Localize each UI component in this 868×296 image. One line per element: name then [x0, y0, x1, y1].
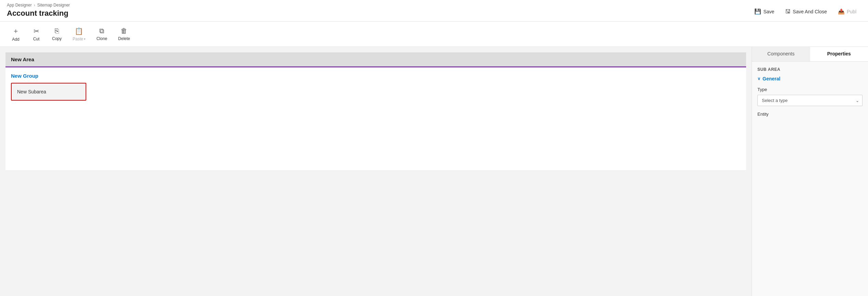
- publish-label: Publ: [847, 9, 856, 14]
- sub-area-section-label: SUB AREA: [757, 67, 863, 72]
- copy-icon: ⎘: [55, 27, 59, 35]
- panel-tabs: Components Properties: [752, 47, 868, 62]
- add-label: Add: [12, 37, 19, 42]
- area-title: New Area: [11, 56, 34, 62]
- area-card: New Area New Group New Subarea: [5, 52, 746, 170]
- save-button[interactable]: 💾 Save: [750, 6, 779, 17]
- copy-label: Copy: [52, 36, 62, 41]
- clone-label: Clone: [97, 36, 107, 41]
- breadcrumb-app-designer: App Designer: [7, 3, 32, 8]
- general-section: ∨ General Type Select a type Entity URL …: [757, 76, 863, 117]
- publish-button[interactable]: 📤 Publ: [833, 6, 861, 17]
- right-panel: Components Properties SUB AREA ∨ General…: [752, 47, 868, 296]
- chevron-down-icon: ∨: [757, 76, 760, 81]
- area-header[interactable]: New Area: [5, 52, 746, 67]
- tab-components[interactable]: Components: [752, 47, 810, 61]
- clone-button[interactable]: ⧉ Clone: [91, 25, 113, 43]
- save-and-close-icon: 🖫: [785, 9, 791, 15]
- tab-properties[interactable]: Properties: [810, 47, 868, 61]
- save-and-close-button[interactable]: 🖫 Save And Close: [780, 7, 832, 17]
- publish-icon: 📤: [838, 8, 845, 15]
- delete-button[interactable]: 🗑 Delete: [113, 25, 136, 43]
- general-toggle[interactable]: ∨ General: [757, 76, 863, 81]
- header-actions: 💾 Save 🖫 Save And Close 📤 Publ: [750, 3, 861, 17]
- subarea-title: New Subarea: [17, 89, 46, 94]
- entity-field-label: Entity: [757, 112, 863, 117]
- toolbar: ＋ Add ✂ Cut ⎘ Copy 📋 Paste ▾ ⧉ Clone 🗑 D…: [0, 22, 868, 47]
- main-container: New Area New Group New Subarea Component…: [0, 47, 868, 296]
- copy-button[interactable]: ⎘ Copy: [47, 25, 67, 43]
- add-button[interactable]: ＋ Add: [5, 24, 26, 44]
- breadcrumb-separator: ›: [34, 3, 35, 8]
- area-body: New Group New Subarea: [5, 67, 746, 170]
- cut-button[interactable]: ✂ Cut: [26, 25, 47, 43]
- paste-label-row: Paste ▾: [73, 37, 86, 41]
- header: App Designer › Sitemap Designer Account …: [0, 0, 868, 22]
- add-icon: ＋: [12, 26, 19, 36]
- general-toggle-label: General: [763, 76, 780, 81]
- type-select-wrapper: Select a type Entity URL Web Resource Cu…: [757, 95, 863, 106]
- paste-chevron-icon: ▾: [84, 37, 86, 41]
- group-title[interactable]: New Group: [11, 73, 741, 79]
- breadcrumb-sitemap-designer: Sitemap Designer: [37, 3, 70, 8]
- cut-icon: ✂: [34, 27, 39, 35]
- save-icon: 💾: [754, 8, 761, 15]
- tab-properties-label: Properties: [827, 51, 851, 56]
- paste-icon: 📋: [75, 27, 83, 35]
- paste-button[interactable]: 📋 Paste ▾: [67, 25, 91, 43]
- panel-body: SUB AREA ∨ General Type Select a type En…: [752, 62, 868, 296]
- tab-components-label: Components: [767, 51, 794, 56]
- save-label: Save: [763, 9, 774, 14]
- cut-label: Cut: [33, 37, 40, 41]
- paste-wrapper: 📋 Paste ▾: [73, 27, 86, 41]
- breadcrumb: App Designer › Sitemap Designer: [7, 3, 70, 8]
- canvas: New Area New Group New Subarea: [0, 47, 752, 296]
- type-select[interactable]: Select a type Entity URL Web Resource Cu…: [757, 95, 863, 106]
- subarea-card[interactable]: New Subarea: [11, 83, 86, 101]
- delete-label: Delete: [118, 36, 130, 41]
- page-title: Account tracking: [7, 9, 70, 21]
- save-and-close-label: Save And Close: [793, 9, 827, 14]
- clone-icon: ⧉: [99, 27, 104, 35]
- paste-label: Paste: [73, 37, 83, 41]
- header-left: App Designer › Sitemap Designer Account …: [7, 3, 70, 21]
- type-field-label: Type: [757, 87, 863, 92]
- delete-icon: 🗑: [121, 27, 127, 35]
